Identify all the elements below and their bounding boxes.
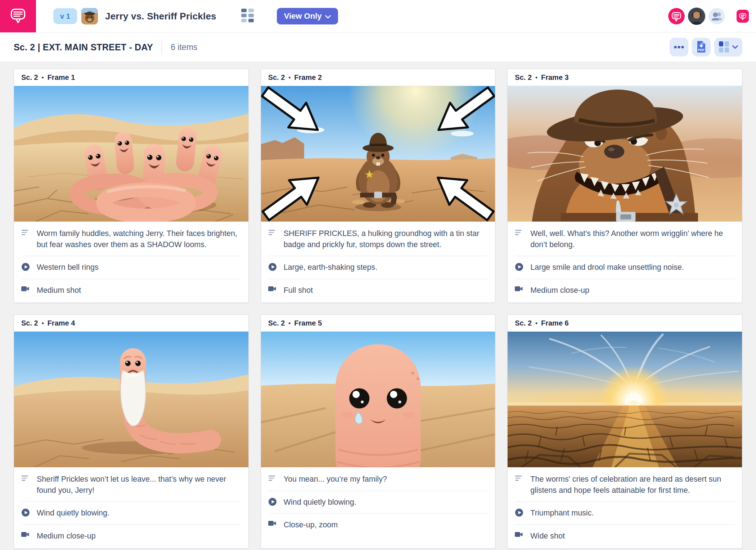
storyboard-card-3[interactable]: Sc. 2 • Frame 3 (507, 69, 742, 303)
frame-meta: Sheriff Prickles won’t let us leave... t… (14, 467, 248, 547)
download-pdf-button[interactable]: PDF (692, 38, 711, 56)
frame-shot-row: Full shot (261, 279, 495, 302)
storyboard-layout-button[interactable] (239, 6, 257, 27)
frame-description: Well, well. What’s this? Another worm wr… (530, 228, 735, 250)
frame-shot: Close-up, zoom (284, 519, 338, 531)
grid-view-icon (719, 41, 729, 54)
support-chat-button[interactable] (737, 10, 749, 23)
description-icon (21, 474, 31, 496)
frame-image-2[interactable] (261, 86, 495, 222)
frame-image-5[interactable] (261, 332, 495, 467)
audio-play-icon (21, 262, 31, 273)
chevron-down-icon (325, 12, 331, 21)
storyboard-card-5[interactable]: Sc. 2 • Frame 5 (261, 314, 496, 549)
frame-meta: Well, well. What’s this? Another worm wr… (508, 222, 742, 301)
frame-audio: Wind quietly blowing. (284, 497, 356, 508)
frame-shot: Medium close-up (37, 531, 96, 542)
speech-bubble-icon (10, 7, 26, 25)
guests-avatar[interactable] (708, 8, 725, 24)
divider (162, 39, 162, 55)
frame-number-label: Frame 6 (541, 319, 569, 327)
frame-scene-label: Sc. 2 (515, 73, 532, 82)
frame-description-row: Well, well. What’s this? Another worm wr… (508, 222, 742, 256)
frame-number-label: Frame 4 (48, 319, 75, 327)
frame-description: The worms' cries of celebration are hear… (530, 474, 735, 496)
user-avatar[interactable] (688, 8, 705, 25)
storyboard-card-6[interactable]: Sc. 2 • Frame 6 (507, 314, 742, 549)
frame-header: Sc. 2 • Frame 6 (508, 315, 742, 332)
frame-header: Sc. 2 • Frame 5 (261, 315, 495, 332)
storyboard-card-1[interactable]: Sc. 2 • Frame 1 (14, 69, 249, 303)
frame-shot: Medium close-up (530, 285, 589, 296)
svg-text:PDF: PDF (698, 48, 705, 52)
frame-description: Worm family huddles, watching Jerry. The… (37, 228, 241, 250)
frame-image-4[interactable] (14, 332, 248, 467)
frame-description: SHERIFF PRICKLES, a hulking groundhog wi… (284, 228, 488, 250)
camera-icon (268, 285, 278, 296)
frame-description-row: Worm family huddles, watching Jerry. The… (14, 222, 248, 256)
audio-play-icon (21, 508, 31, 519)
view-only-label: View Only (284, 12, 322, 21)
frame-description-row: The worms' cries of celebration are hear… (508, 467, 742, 501)
frame-description: Sheriff Prickles won’t let us leave... t… (37, 474, 241, 496)
storyboard-card-4[interactable]: Sc. 2 • Frame 4 (14, 314, 249, 549)
frame-shot: Medium shot (37, 285, 81, 296)
frame-number-label: Frame 2 (294, 73, 322, 82)
frame-meta: SHERIFF PRICKLES, a hulking groundhog wi… (261, 222, 495, 301)
frame-audio: Large, earth-shaking steps. (284, 262, 378, 273)
camera-icon (515, 285, 524, 296)
frame-audio-row: Wind quietly blowing. (261, 491, 495, 514)
scene-toolbar: Sc. 2 | EXT. MAIN STREET - DAY 6 items P… (0, 33, 756, 62)
scene-title: Sc. 2 | EXT. MAIN STREET - DAY (14, 42, 153, 53)
frame-scene-label: Sc. 2 (515, 319, 532, 327)
separator-dot: • (535, 74, 537, 81)
frame-description-row: SHERIFF PRICKLES, a hulking groundhog wi… (261, 222, 495, 256)
pdf-download-icon: PDF (696, 41, 707, 54)
boords-bot-avatar[interactable] (668, 8, 685, 24)
camera-icon (21, 531, 31, 542)
description-icon (21, 228, 31, 250)
frame-scene-label: Sc. 2 (21, 73, 38, 82)
frame-scene-label: Sc. 2 (268, 73, 285, 82)
frame-scene-label: Sc. 2 (21, 319, 38, 327)
audio-play-icon (515, 262, 524, 273)
frame-header: Sc. 2 • Frame 3 (508, 69, 742, 86)
frame-audio-row: Western bell rings (14, 256, 248, 279)
frame-image-1[interactable] (14, 86, 248, 222)
boords-logo[interactable] (0, 0, 36, 32)
more-dots-icon (674, 45, 684, 50)
frame-audio-row: Large smile and drool make unsettling no… (508, 256, 742, 279)
frame-scene-label: Sc. 2 (268, 319, 285, 327)
storyboard-card-2[interactable]: Sc. 2 • Frame 2 (261, 69, 496, 303)
view-selector-button[interactable] (714, 38, 742, 56)
version-badge[interactable]: v 1 (53, 8, 77, 24)
frame-shot-row: Medium close-up (14, 525, 248, 547)
separator-dot: • (42, 320, 44, 327)
frame-meta: Worm family huddles, watching Jerry. The… (14, 222, 248, 301)
chevron-down-icon (732, 45, 738, 50)
frame-header: Sc. 2 • Frame 4 (14, 315, 248, 332)
camera-icon (515, 531, 524, 542)
audio-play-icon (515, 508, 524, 519)
more-options-button[interactable] (670, 38, 688, 56)
layout-grid-icon (241, 8, 255, 24)
frame-audio: Large smile and drool make unsettling no… (530, 262, 684, 273)
frame-audio-row: Large, earth-shaking steps. (261, 256, 495, 279)
frame-audio: Western bell rings (37, 262, 99, 273)
frame-meta: You mean... you’re my family? Wind quiet… (261, 467, 495, 536)
description-icon (515, 228, 524, 250)
frame-shot-row: Medium shot (14, 279, 248, 302)
view-only-button[interactable]: View Only (277, 8, 338, 24)
frame-image-6[interactable] (508, 332, 742, 467)
app-header: v 1 Jerry vs. Sheriff Prickles View On (0, 0, 756, 33)
frame-description-row: You mean... you’re my family? (261, 467, 495, 491)
frame-number-label: Frame 3 (541, 73, 569, 82)
frame-number-label: Frame 1 (48, 73, 75, 82)
frame-image-3[interactable] (508, 86, 742, 222)
frame-audio-row: Wind quietly blowing. (14, 502, 248, 524)
frame-description: You mean... you’re my family? (284, 474, 387, 485)
frame-shot-row: Wide shot (508, 525, 742, 547)
project-thumbnail[interactable] (81, 8, 98, 24)
frame-header: Sc. 2 • Frame 1 (14, 69, 248, 86)
frame-meta: The worms' cries of celebration are hear… (508, 467, 742, 547)
